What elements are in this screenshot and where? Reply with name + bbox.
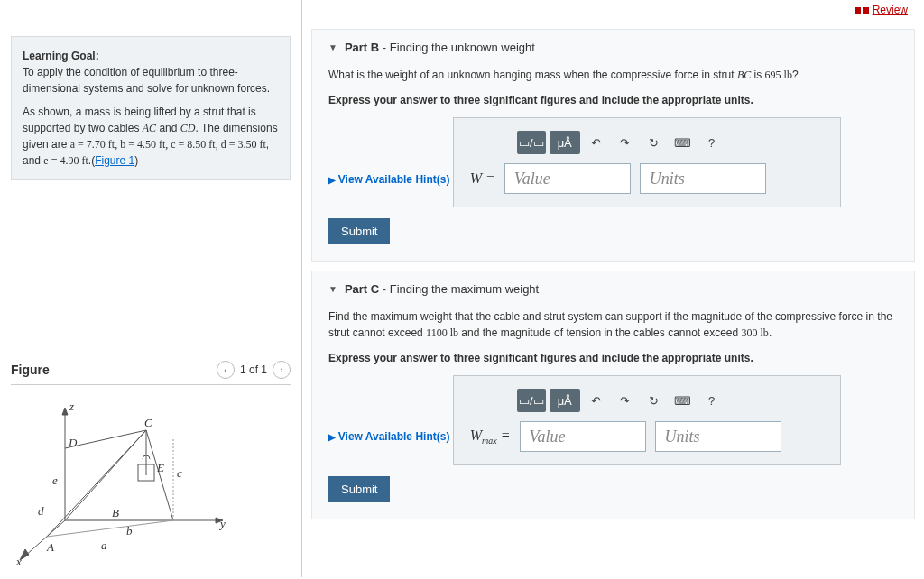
- part-c-question: Find the maximum weight that the cable a…: [328, 308, 898, 341]
- redo-icon[interactable]: ↷: [613, 131, 638, 154]
- part-c-units-input[interactable]: Units: [655, 421, 781, 452]
- part-c-variable-label: Wmax =: [470, 427, 511, 446]
- dimensions: a = 7.70 ft, b = 4.50 ft, c = 8.50 ft, d…: [70, 138, 266, 151]
- units-tool-icon[interactable]: μÅ: [550, 389, 580, 412]
- figure-prev-button[interactable]: ‹: [217, 361, 235, 379]
- e-dimension: e = 4.90 ft: [43, 154, 88, 167]
- svg-text:b: b: [126, 524, 133, 538]
- part-b-units-input[interactable]: Units: [640, 163, 766, 194]
- figure-pager: ‹ 1 of 1 ›: [217, 361, 291, 379]
- svg-line-2: [24, 520, 65, 556]
- part-c-submit-button[interactable]: Submit: [328, 476, 390, 502]
- svg-line-9: [47, 520, 173, 537]
- part-c-subtitle: - Finding the maximum weight: [379, 282, 539, 296]
- svg-text:B: B: [112, 506, 119, 519]
- figure-section: Figure ‹ 1 of 1 ›: [11, 361, 291, 568]
- figure-diagram: z y x C D A B E e d a b c: [11, 394, 291, 568]
- units-tool-icon[interactable]: μÅ: [550, 131, 580, 154]
- part-b-label: Part B: [345, 41, 379, 54]
- part-b-subtitle: - Finding the unknown weight: [379, 41, 535, 54]
- part-b-answer-box: ▭/▭ μÅ ↶ ↷ ↻ ⌨ ? W = Value Units: [453, 117, 841, 207]
- reset-icon[interactable]: ↻: [642, 131, 667, 154]
- part-b-instruction: Express your answer to three significant…: [328, 92, 898, 108]
- part-b-toggle-icon[interactable]: ▼: [328, 42, 337, 52]
- svg-line-5: [65, 430, 146, 448]
- part-b-value-input[interactable]: Value: [504, 163, 631, 194]
- svg-text:z: z: [69, 400, 74, 413]
- figure-link[interactable]: Figure 1: [95, 154, 134, 167]
- part-c: ▼ Part C - Finding the maximum weight Fi…: [311, 271, 915, 519]
- part-b: ▼ Part B - Finding the unknown weight Wh…: [311, 29, 915, 262]
- undo-icon[interactable]: ↶: [584, 131, 609, 154]
- redo-icon[interactable]: ↷: [613, 389, 638, 412]
- part-b-hints-link[interactable]: View Available Hint(s): [328, 173, 449, 186]
- figure-title: Figure: [11, 363, 50, 377]
- fraction-tool-icon[interactable]: ▭/▭: [517, 131, 546, 154]
- review-link[interactable]: Review: [873, 4, 908, 16]
- figure-next-button[interactable]: ›: [273, 361, 291, 379]
- learning-goal-box: Learning Goal: To apply the condition of…: [11, 36, 291, 180]
- svg-marker-12: [62, 408, 68, 415]
- svg-text:E: E: [156, 461, 164, 474]
- fraction-tool-icon[interactable]: ▭/▭: [517, 389, 546, 412]
- part-c-instruction: Express your answer to three significant…: [328, 350, 898, 366]
- part-c-label: Part C: [345, 282, 379, 296]
- part-b-variable-label: W =: [470, 170, 495, 187]
- svg-text:y: y: [218, 517, 226, 530]
- part-c-answer-box: ▭/▭ μÅ ↶ ↷ ↻ ⌨ ? Wmax = Value Units: [453, 375, 841, 465]
- part-b-submit-button[interactable]: Submit: [328, 218, 390, 244]
- svg-text:x: x: [15, 555, 22, 565]
- cable-ac: AC: [143, 122, 156, 134]
- keyboard-icon[interactable]: ⌨: [670, 131, 696, 154]
- part-c-hints-link[interactable]: View Available Hint(s): [328, 430, 449, 443]
- svg-text:e: e: [52, 473, 58, 487]
- keyboard-icon[interactable]: ⌨: [670, 389, 696, 412]
- svg-text:A: A: [46, 540, 54, 554]
- help-icon[interactable]: ?: [699, 131, 725, 154]
- part-b-question: What is the weight of an unknown hanging…: [328, 67, 898, 83]
- cable-cd: CD: [180, 122, 196, 134]
- svg-text:C: C: [144, 416, 152, 429]
- svg-text:D: D: [68, 436, 78, 449]
- help-icon[interactable]: ?: [699, 389, 725, 412]
- svg-line-8: [146, 430, 173, 520]
- undo-icon[interactable]: ↶: [584, 389, 609, 412]
- learning-goal-heading: Learning Goal:: [23, 50, 99, 62]
- review-icon: [855, 7, 869, 14]
- part-c-value-input[interactable]: Value: [520, 421, 646, 452]
- svg-text:d: d: [38, 504, 44, 518]
- part-c-toggle-icon[interactable]: ▼: [328, 284, 337, 294]
- svg-text:a: a: [101, 538, 107, 552]
- figure-pager-label: 1 of 1: [240, 363, 267, 376]
- learning-goal-text1: To apply the condition of equilibrium to…: [23, 66, 270, 95]
- reset-icon[interactable]: ↻: [642, 389, 667, 412]
- svg-text:c: c: [177, 466, 182, 480]
